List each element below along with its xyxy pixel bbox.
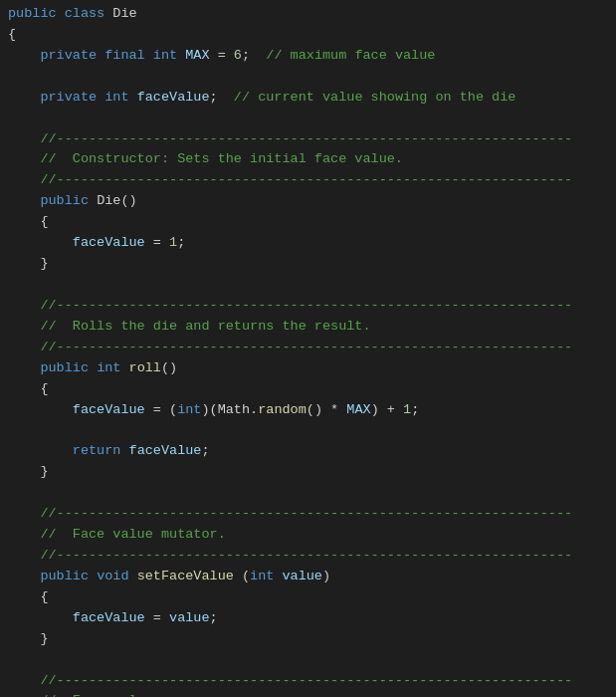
token-plain: = xyxy=(145,233,169,254)
code-line: public Die() xyxy=(0,191,616,212)
code-line xyxy=(0,650,616,671)
code-line: } xyxy=(0,629,616,650)
token-identifier: MAX xyxy=(346,400,370,421)
token-plain xyxy=(8,233,73,254)
token-plain xyxy=(8,629,40,650)
token-plain: )( xyxy=(201,400,217,421)
token-plain: ; xyxy=(210,88,234,109)
token-plain xyxy=(8,525,40,546)
code-line: //--------------------------------------… xyxy=(0,546,616,567)
code-line: { xyxy=(0,25,616,46)
token-plain: ; xyxy=(210,608,218,629)
code-line: return faceValue; xyxy=(0,441,616,462)
token-kw: int xyxy=(97,358,128,379)
token-kw: return xyxy=(73,441,129,462)
code-line: //--------------------------------------… xyxy=(0,671,616,692)
code-line: //--------------------------------------… xyxy=(0,296,616,317)
token-plain xyxy=(8,212,40,233)
code-line: { xyxy=(0,379,616,400)
token-plain xyxy=(8,317,40,338)
token-identifier: faceValue xyxy=(73,400,145,421)
token-kw: class xyxy=(65,4,113,25)
token-comment: //--------------------------------------… xyxy=(40,170,572,191)
code-line: faceValue = value; xyxy=(0,608,616,629)
token-plain: . xyxy=(250,400,258,421)
token-identifier: value xyxy=(169,608,210,629)
token-plain: ) xyxy=(322,567,330,587)
token-plain: = xyxy=(210,46,234,67)
token-plain: = xyxy=(145,608,169,629)
token-comment: // current value showing on the die xyxy=(234,88,516,109)
token-number: 1 xyxy=(169,233,177,254)
token-plain xyxy=(8,149,40,170)
token-kw: public xyxy=(40,567,97,587)
code-line: //--------------------------------------… xyxy=(0,129,616,150)
token-comment: // Constructor: Sets the initial face va… xyxy=(40,149,403,170)
token-plain: Math xyxy=(218,400,250,421)
token-comment: //--------------------------------------… xyxy=(40,671,572,692)
token-plain xyxy=(8,88,40,109)
token-comment: // Face value mutator. xyxy=(40,525,225,546)
token-plain xyxy=(8,191,40,212)
token-kw: void xyxy=(97,567,137,587)
token-comment: //--------------------------------------… xyxy=(40,129,572,150)
code-line: //--------------------------------------… xyxy=(0,338,616,358)
token-plain xyxy=(8,546,40,567)
token-plain: ; xyxy=(201,441,209,462)
token-plain xyxy=(8,358,40,379)
token-plain: ) + xyxy=(371,400,403,421)
token-number: 1 xyxy=(403,400,411,421)
token-plain: { xyxy=(40,379,48,400)
token-comment: //--------------------------------------… xyxy=(40,338,572,358)
token-plain: } xyxy=(40,629,48,650)
token-plain xyxy=(8,691,40,697)
token-plain: Die xyxy=(112,4,136,25)
token-comment: //--------------------------------------… xyxy=(40,546,572,567)
token-plain: } xyxy=(40,254,48,275)
token-plain xyxy=(8,129,40,150)
token-plain xyxy=(8,504,40,525)
code-line xyxy=(0,420,616,441)
code-line: // Constructor: Sets the initial face va… xyxy=(0,149,616,170)
code-line: private int faceValue; // current value … xyxy=(0,88,616,109)
token-plain xyxy=(8,379,40,400)
token-identifier: faceValue xyxy=(73,233,145,254)
code-line: // Rolls the die and returns the result. xyxy=(0,317,616,338)
token-plain: ( xyxy=(234,567,250,587)
code-line: //--------------------------------------… xyxy=(0,170,616,191)
token-identifier: MAX xyxy=(185,46,209,67)
token-plain: () xyxy=(161,358,177,379)
token-plain: = xyxy=(145,400,169,421)
token-plain: { xyxy=(40,212,48,233)
code-line: public void setFaceValue (int value) xyxy=(0,567,616,587)
token-plain xyxy=(8,671,40,692)
token-plain xyxy=(8,296,40,317)
token-plain xyxy=(8,462,40,483)
token-plain: * xyxy=(322,400,346,421)
code-line: private final int MAX = 6; // maximum fa… xyxy=(0,46,616,67)
token-method: roll xyxy=(129,358,161,379)
code-line xyxy=(0,275,616,296)
code-line: } xyxy=(0,462,616,483)
token-plain: { xyxy=(40,587,48,608)
code-line: { xyxy=(0,212,616,233)
code-line: } xyxy=(0,254,616,275)
token-comment: // maximum face value xyxy=(266,46,435,67)
token-plain xyxy=(8,400,73,421)
token-plain xyxy=(8,254,40,275)
code-line: faceValue = (int)(Math.random() * MAX) +… xyxy=(0,400,616,421)
token-comment: // Face value accessor. xyxy=(40,691,233,697)
token-kw: private xyxy=(40,46,104,67)
token-plain xyxy=(8,338,40,358)
token-plain: () xyxy=(307,400,322,421)
token-kw: int xyxy=(250,567,282,587)
token-kw: int xyxy=(153,46,185,67)
token-identifier: faceValue xyxy=(73,608,145,629)
code-line xyxy=(0,483,616,504)
code-line xyxy=(0,67,616,88)
token-kw: int xyxy=(104,88,136,109)
token-plain: ; xyxy=(411,400,419,421)
token-identifier: value xyxy=(282,567,322,587)
token-method: random xyxy=(258,400,307,421)
token-plain xyxy=(8,567,40,587)
